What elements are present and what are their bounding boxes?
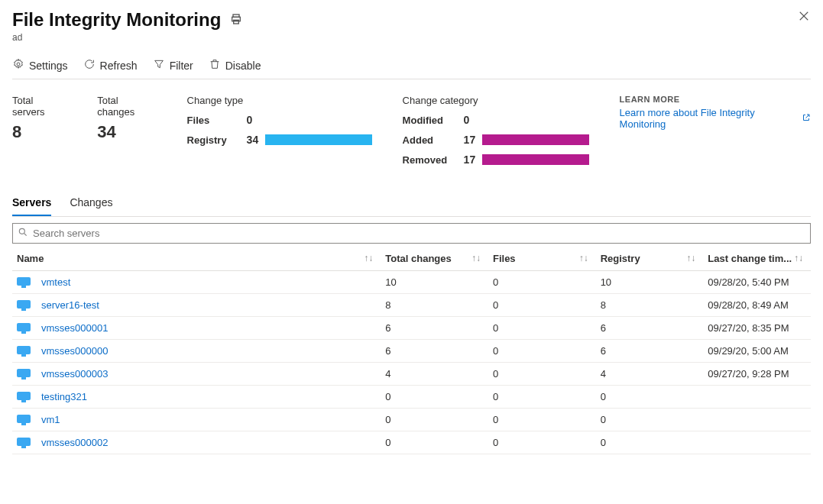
change-category-name: Removed [403,154,464,166]
tab-changes[interactable]: Changes [70,196,112,216]
table-row[interactable]: server16-test80809/28/20, 8:49 AM [12,294,811,317]
trash-icon [209,58,221,73]
total-servers-value: 8 [12,122,66,142]
cell-last-change [703,386,811,409]
sort-icon: ↑↓ [471,253,482,263]
vm-icon [17,415,31,425]
table-row[interactable]: vmsses00000160609/27/20, 8:35 PM [12,317,811,340]
change-category-value: 17 [464,134,482,146]
server-link[interactable]: server16-test [41,299,99,311]
cell-registry: 10 [596,271,704,294]
cell-registry: 8 [596,294,704,317]
col-total-changes[interactable]: Total changes↑↓ [381,247,488,271]
refresh-icon [83,58,96,73]
col-files-label: Files [493,253,516,264]
svg-point-5 [17,63,20,66]
total-servers-label: Total servers [12,95,66,118]
server-link[interactable]: vmsses000003 [41,368,108,380]
gear-icon [12,58,24,73]
server-link[interactable]: vmsses000000 [41,345,108,357]
table-row[interactable]: vmsses00000060609/29/20, 5:00 AM [12,340,811,363]
cell-files: 0 [488,363,596,386]
server-link[interactable]: vmsses000001 [41,322,108,334]
command-bar: Settings Refresh Filter Disable [12,58,811,79]
cell-last-change [703,431,811,454]
change-category-title: Change category [403,95,589,106]
change-type-row: Files 0 [187,114,372,126]
servers-table: Name↑↓ Total changes↑↓ Files↑↓ Registry↑… [12,247,811,454]
cell-files: 0 [488,340,596,363]
table-row[interactable]: testing321000 [12,386,811,409]
change-type-bar [265,134,372,145]
change-category-bar [482,134,589,145]
cell-last-change: 09/28/20, 5:40 PM [703,271,811,294]
svg-point-6 [19,228,24,234]
col-files[interactable]: Files↑↓ [488,247,596,271]
cell-registry: 6 [596,340,704,363]
cell-files: 0 [488,409,596,431]
cell-files: 0 [488,294,596,317]
col-tc-label: Total changes [385,253,451,264]
vm-icon [17,277,31,288]
server-link[interactable]: vmtest [41,276,70,288]
change-category-bar [482,154,589,165]
refresh-label: Refresh [100,60,138,72]
cell-registry: 0 [596,431,704,454]
col-time-label: Last change tim... [708,253,792,264]
vm-icon [17,438,31,448]
server-link[interactable]: vmsses000002 [41,437,108,448]
change-category-value: 17 [464,153,482,166]
cell-files: 0 [488,317,596,340]
disable-button[interactable]: Disable [209,58,261,73]
vm-icon [17,392,31,402]
cell-total-changes: 10 [381,271,488,294]
table-row[interactable]: vm1000 [12,409,811,431]
sort-icon: ↑↓ [686,253,697,263]
vm-icon [17,323,31,334]
change-type-value: 34 [247,134,265,146]
learn-more-link-text: Learn more about File Integrity Monitori… [620,107,797,130]
change-type-value: 0 [247,114,265,126]
settings-button[interactable]: Settings [12,58,68,73]
table-row[interactable]: vmsses000002000 [12,431,811,454]
page-title: File Integrity Monitoring [12,9,221,31]
disable-label: Disable [225,60,261,72]
external-link-icon [802,113,811,124]
col-name[interactable]: Name↑↓ [12,247,381,271]
table-row[interactable]: vmsses00000340409/27/20, 9:28 PM [12,363,811,386]
col-registry[interactable]: Registry↑↓ [596,247,704,271]
filter-icon [153,58,165,73]
sort-icon: ↑↓ [794,253,805,263]
cell-total-changes: 6 [381,340,488,363]
refresh-button[interactable]: Refresh [83,58,138,73]
search-icon [18,227,33,240]
change-category-name: Added [403,134,464,146]
close-icon[interactable] [797,9,811,25]
cell-registry: 6 [596,317,704,340]
learn-more-link[interactable]: Learn more about File Integrity Monitori… [620,107,811,130]
vm-icon [17,346,31,357]
tab-servers[interactable]: Servers [12,196,51,216]
change-category-row: Modified 0 [403,114,589,126]
search-box[interactable] [12,223,811,244]
settings-label: Settings [29,60,68,72]
col-last-change[interactable]: Last change tim...↑↓ [703,247,811,271]
server-link[interactable]: vm1 [41,414,60,425]
cell-total-changes: 8 [381,294,488,317]
total-changes-value: 34 [97,122,156,142]
subtitle: ad [12,32,242,43]
cell-registry: 0 [596,409,704,431]
cell-last-change: 09/27/20, 8:35 PM [703,317,811,340]
search-input[interactable] [33,228,805,239]
cell-files: 0 [488,431,596,454]
change-category-value: 0 [464,114,482,126]
print-icon[interactable] [230,13,242,27]
change-category-name: Modified [403,115,464,126]
svg-line-7 [24,234,27,236]
filter-button[interactable]: Filter [153,58,193,73]
table-row[interactable]: vmtest1001009/28/20, 5:40 PM [12,271,811,294]
change-type-row: Registry 34 [187,134,372,146]
server-link[interactable]: testing321 [41,391,87,402]
vm-icon [17,369,31,380]
change-type-name: Registry [187,134,247,146]
